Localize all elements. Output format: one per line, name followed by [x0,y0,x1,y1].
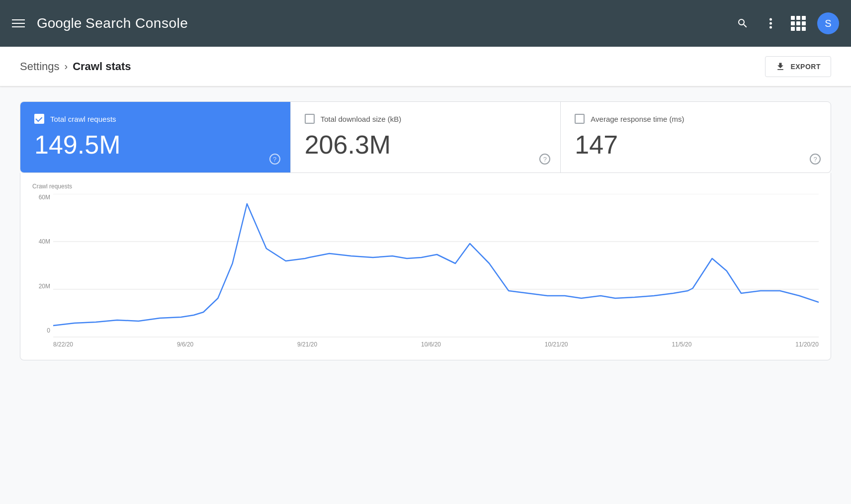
response-checkbox[interactable] [575,114,585,124]
y-label-20m: 20M [29,283,50,290]
breadcrumb-bar: Settings › Crawl stats EXPORT [0,47,851,86]
y-label-40m: 40M [29,238,50,245]
menu-icon[interactable] [12,19,25,27]
crawl-value: 149.5M [34,132,276,158]
stat-card-response-time[interactable]: Average response time (ms) 147 ? [561,102,831,172]
svg-point-0 [769,18,772,21]
header-title: Google Search Console [37,15,188,31]
x-label-3: 10/6/20 [421,341,441,348]
breadcrumb-current: Crawl stats [73,60,131,73]
header: Google Search Console S [0,0,851,47]
y-label-60m: 60M [29,194,50,201]
main-content: Total crawl requests 149.5M ? Total down… [0,86,851,375]
header-right: S [734,12,839,34]
stat-card-download-size[interactable]: Total download size (kB) 206.3M ? [291,102,561,172]
x-label-1: 9/6/20 [177,341,193,348]
response-value: 147 [575,132,817,158]
download-icon [775,62,785,72]
chart-area: 8/22/20 9/6/20 9/21/20 10/6/20 10/21/20 … [53,194,819,348]
x-label-2: 9/21/20 [297,341,317,348]
crawl-checkbox[interactable] [34,114,44,124]
export-button[interactable]: EXPORT [765,56,831,77]
more-options-icon[interactable] [762,14,779,32]
x-label-4: 10/21/20 [545,341,568,348]
google-apps-icon[interactable] [789,14,807,32]
svg-point-1 [769,22,772,25]
search-icon[interactable] [734,14,752,32]
chart-svg [53,194,819,338]
stat-card-crawl-requests[interactable]: Total crawl requests 149.5M ? [20,102,291,172]
chart-container: Crawl requests 60M 40M 20M 0 [20,173,831,360]
card-header-download: Total download size (kB) [305,114,547,124]
x-label-6: 11/20/20 [795,341,819,348]
chart-y-label: Crawl requests [32,183,819,190]
response-help-icon[interactable]: ? [810,154,821,165]
download-help-icon[interactable]: ? [539,154,550,165]
title-console: Search Console [85,15,188,31]
breadcrumb: Settings › Crawl stats [20,60,131,73]
x-label-0: 8/22/20 [53,341,73,348]
breadcrumb-settings[interactable]: Settings [20,60,60,73]
avatar[interactable]: S [817,12,839,34]
breadcrumb-arrow: › [65,61,68,72]
crawl-help-icon[interactable]: ? [269,154,280,165]
card-header-response: Average response time (ms) [575,114,817,124]
x-axis: 8/22/20 9/6/20 9/21/20 10/6/20 10/21/20 … [53,338,819,348]
y-label-0: 0 [29,327,50,334]
header-left: Google Search Console [12,15,188,31]
x-label-5: 11/5/20 [672,341,691,348]
download-checkbox[interactable] [305,114,315,124]
download-label: Total download size (kB) [321,115,402,123]
stat-cards: Total crawl requests 149.5M ? Total down… [20,101,831,173]
y-axis: 60M 40M 20M 0 [32,194,53,348]
svg-point-2 [769,26,772,29]
card-header-crawl: Total crawl requests [34,114,276,124]
download-value: 206.3M [305,132,547,158]
response-label: Average response time (ms) [591,115,684,123]
crawl-label: Total crawl requests [50,115,116,123]
title-google: Google [37,15,85,31]
